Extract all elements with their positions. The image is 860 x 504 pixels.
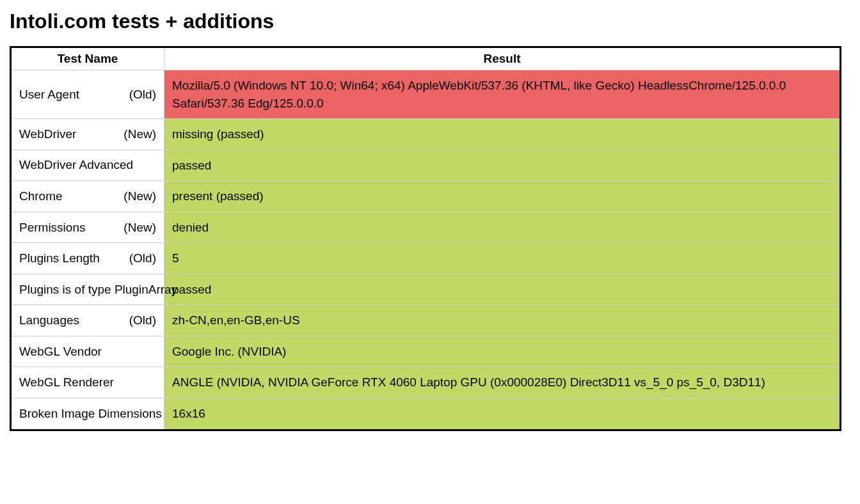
test-name-cell: User Agent(Old): [11, 70, 164, 119]
test-result-cell: missing (passed): [164, 119, 841, 150]
test-result-cell: zh-CN,en,en-GB,en-US: [164, 305, 841, 336]
test-result-cell: ANGLE (NVIDIA, NVIDIA GeForce RTX 4060 L…: [164, 367, 841, 398]
table-row: WebGL RendererANGLE (NVIDIA, NVIDIA GeFo…: [11, 367, 841, 398]
test-name-cell: Plugins Length(Old): [11, 243, 164, 274]
table-row: User Agent(Old)Mozilla/5.0 (Windows NT 1…: [11, 70, 841, 119]
table-row: Broken Image Dimensions16x16: [11, 398, 841, 430]
test-name-tag: (Old): [129, 88, 156, 102]
test-name-tag: (New): [123, 127, 156, 141]
table-header-row: Test Name Result: [11, 47, 841, 70]
test-name-cell: Languages(Old): [11, 305, 164, 336]
table-row: Plugins Length(Old)5: [11, 243, 841, 274]
table-row: WebGL VendorGoogle Inc. (NVIDIA): [11, 336, 841, 367]
test-name-label: User Agent: [19, 88, 79, 102]
test-name-label: Plugins is of type PluginArray: [19, 283, 177, 297]
test-result-cell: Google Inc. (NVIDIA): [164, 336, 841, 367]
test-result-cell: 5: [164, 243, 841, 274]
test-name-label: WebGL Renderer: [19, 375, 114, 390]
test-result-cell: Mozilla/5.0 (Windows NT 10.0; Win64; x64…: [164, 70, 841, 119]
test-result-cell: passed: [164, 274, 841, 305]
table-row: WebDriver Advancedpassed: [11, 150, 841, 181]
page-title: Intoli.com tests + additions: [10, 10, 850, 33]
test-result-cell: present (passed): [164, 181, 841, 212]
test-result-cell: 16x16: [164, 398, 841, 430]
table-row: Languages(Old)zh-CN,en,en-GB,en-US: [11, 305, 841, 336]
test-name-label: WebDriver: [19, 127, 76, 141]
test-name-cell: WebDriver Advanced: [11, 150, 164, 181]
test-name-cell: Permissions(New): [11, 212, 164, 243]
col-header-name: Test Name: [11, 47, 164, 70]
test-name-label: WebDriver Advanced: [19, 158, 133, 172]
table-row: Permissions(New)denied: [11, 212, 841, 243]
test-name-tag: (Old): [129, 313, 156, 327]
table-row: Plugins is of type PluginArraypassed: [11, 274, 841, 305]
test-result-cell: denied: [164, 212, 841, 243]
test-name-cell: Broken Image Dimensions: [11, 398, 164, 430]
test-name-cell: Chrome(New): [11, 181, 164, 212]
test-name-label: Chrome: [19, 189, 63, 203]
test-name-label: WebGL Vendor: [19, 345, 102, 359]
test-name-tag: (Old): [129, 251, 156, 265]
test-name-label: Broken Image Dimensions: [19, 407, 162, 421]
test-name-label: Plugins Length: [19, 251, 100, 265]
test-name-cell: Plugins is of type PluginArray: [11, 274, 164, 305]
test-name-cell: WebGL Renderer: [11, 367, 164, 398]
table-row: WebDriver(New)missing (passed): [11, 119, 841, 150]
test-name-label: Languages: [19, 313, 79, 327]
test-results-table: Test Name Result User Agent(Old)Mozilla/…: [10, 46, 841, 431]
col-header-result: Result: [164, 47, 841, 70]
test-result-cell: passed: [164, 150, 841, 181]
test-name-tag: (New): [123, 189, 156, 203]
test-name-cell: WebGL Vendor: [11, 336, 164, 367]
test-name-cell: WebDriver(New): [11, 119, 164, 150]
test-name-tag: (New): [123, 221, 156, 235]
table-row: Chrome(New)present (passed): [11, 181, 841, 212]
test-name-label: Permissions: [19, 221, 85, 235]
